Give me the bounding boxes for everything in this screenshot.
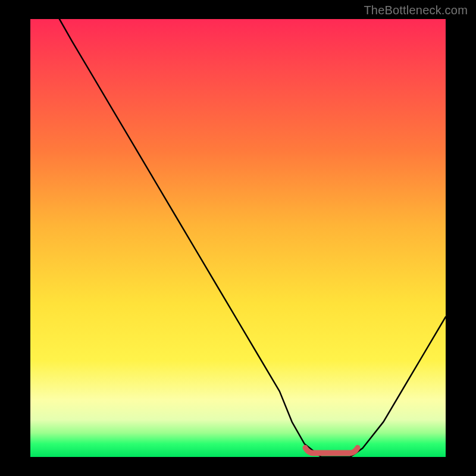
watermark-text: TheBottleneck.com — [364, 4, 468, 17]
curve-svg — [30, 19, 446, 457]
plot-area — [30, 19, 446, 457]
chart-canvas: TheBottleneck.com — [0, 0, 476, 476]
optimal-band — [305, 448, 358, 453]
bottleneck-curve — [60, 19, 446, 457]
